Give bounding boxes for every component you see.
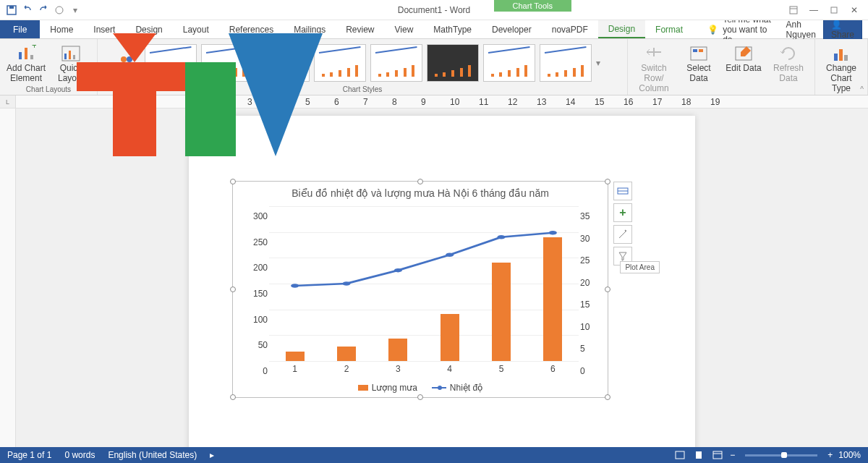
svg-text:+: + — [32, 45, 36, 51]
legend-line[interactable]: Nhiệt độ — [432, 383, 482, 393]
chart-style-3[interactable] — [258, 44, 310, 82]
touch-mode-icon[interactable] — [52, 3, 67, 17]
tab-chart-format[interactable]: Format — [645, 20, 693, 38]
chart-style-4[interactable] — [314, 44, 366, 82]
chart-side-buttons: + — [613, 182, 632, 266]
change-chart-type-button[interactable]: Change Chart Type — [821, 42, 861, 93]
user-name[interactable]: Anh Nguyen — [786, 20, 816, 40]
redo-icon[interactable] — [36, 3, 51, 17]
chart-style-1[interactable] — [145, 44, 197, 82]
edit-data-button[interactable]: Edit Data — [723, 42, 764, 74]
add-chart-element-button[interactable]: + Add Chart Element — [6, 42, 46, 84]
svg-rect-4 — [831, 7, 837, 13]
tab-insert[interactable]: Insert — [83, 20, 125, 38]
save-icon[interactable] — [4, 3, 19, 17]
chart-object[interactable]: Biểu đồ nhiệt độ và lượng mưa Hà Nội 6 t… — [232, 181, 608, 398]
svg-rect-18 — [699, 49, 703, 52]
quick-layout-button[interactable]: Quick Layout — [51, 42, 91, 84]
document-area: Biểu đồ nhiệt độ và lượng mưa Hà Nội 6 t… — [0, 109, 868, 447]
qat-more-icon[interactable]: ▾ — [68, 3, 82, 17]
chart-style-8[interactable] — [540, 44, 592, 82]
zoom-slider[interactable] — [745, 454, 817, 456]
horizontal-ruler: L 12345678910111213141516171819 — [0, 95, 868, 109]
styles-more-icon[interactable]: ▾ — [596, 58, 606, 68]
chart-title[interactable]: Biểu đồ nhiệt độ và lượng mưa Hà Nội 6 t… — [233, 182, 608, 202]
lightbulb-icon: 💡 — [707, 25, 718, 35]
svg-rect-17 — [693, 49, 697, 52]
window-controls: — ✕ — [784, 2, 868, 18]
svg-point-15 — [124, 62, 129, 68]
svg-rect-20 — [834, 54, 838, 61]
tab-references[interactable]: References — [219, 20, 284, 38]
svg-rect-31 — [696, 451, 702, 459]
svg-rect-10 — [64, 54, 67, 59]
web-layout-icon[interactable] — [711, 449, 724, 461]
status-words[interactable]: 0 words — [64, 450, 95, 460]
chart-style-7[interactable] — [483, 44, 535, 82]
tab-chart-design[interactable]: Design — [598, 20, 645, 38]
svg-rect-22 — [844, 55, 848, 61]
ruler-scale[interactable]: 12345678910111213141516171819 — [16, 95, 868, 108]
read-mode-icon[interactable] — [673, 449, 686, 461]
tab-novapdf[interactable]: novaPDF — [542, 20, 598, 38]
tab-developer[interactable]: Developer — [482, 20, 542, 38]
change-colors-button[interactable] — [119, 52, 140, 74]
legend-bar[interactable]: Lượng mưa — [358, 383, 417, 393]
chart-style-2[interactable] — [201, 44, 253, 82]
tab-design[interactable]: Design — [125, 20, 172, 38]
group-label-chart-layouts: Chart Layouts — [26, 84, 71, 93]
legend-bar-swatch — [358, 385, 368, 391]
status-language[interactable]: English (United States) — [108, 450, 197, 460]
chart-style-5[interactable] — [370, 44, 422, 82]
svg-rect-5 — [19, 52, 22, 59]
tab-home[interactable]: Home — [40, 20, 83, 38]
ribbon-tabs: File Home Insert Design Layout Reference… — [0, 20, 868, 39]
ribbon: + Add Chart Element Quick Layout Chart L… — [0, 39, 868, 95]
title-bar: ▾ Document1 - Word Chart Tools — ✕ — [0, 0, 868, 20]
zoom-in-icon[interactable]: + — [827, 450, 833, 460]
plot-area[interactable]: 050100150200250300 05101520253035 123456 — [269, 206, 579, 361]
quick-access-toolbar: ▾ — [0, 3, 87, 17]
tab-review[interactable]: Review — [336, 20, 384, 38]
layout-options-icon[interactable] — [613, 182, 632, 200]
tab-mailings[interactable]: Mailings — [284, 20, 336, 38]
svg-rect-1 — [9, 6, 14, 9]
status-page[interactable]: Page 1 of 1 — [7, 450, 51, 460]
group-label-chart-styles: Chart Styles — [343, 84, 382, 93]
svg-point-14 — [127, 56, 132, 62]
x-axis: 123456 — [269, 364, 579, 374]
ribbon-options-icon[interactable] — [784, 2, 803, 18]
vertical-ruler[interactable] — [0, 109, 16, 447]
tab-layout[interactable]: Layout — [173, 20, 219, 38]
minimize-icon[interactable]: — — [804, 2, 823, 18]
print-layout-icon[interactable] — [692, 449, 705, 461]
close-icon[interactable]: ✕ — [845, 2, 864, 18]
chart-tools-contextual-tab: Chart Tools — [494, 0, 571, 12]
undo-icon[interactable] — [20, 3, 35, 17]
bar-series[interactable] — [269, 206, 579, 361]
tab-mathtype[interactable]: MathType — [423, 20, 482, 38]
svg-rect-21 — [839, 49, 843, 61]
ruler-corner: L — [0, 95, 16, 108]
zoom-out-icon[interactable]: − — [730, 450, 735, 460]
chart-styles-icon[interactable] — [613, 225, 632, 244]
page-pane[interactable]: Biểu đồ nhiệt độ và lượng mưa Hà Nội 6 t… — [16, 109, 868, 447]
maximize-icon[interactable] — [825, 2, 843, 18]
tab-view[interactable]: View — [385, 20, 424, 38]
chart-style-6[interactable] — [427, 44, 479, 82]
svg-rect-32 — [713, 451, 722, 459]
chart-legend[interactable]: Lượng mưa Nhiệt độ — [233, 383, 608, 393]
select-data-button[interactable]: Select Data — [678, 42, 719, 84]
chart-elements-icon[interactable]: + — [613, 203, 632, 222]
status-macro-icon[interactable]: ▸ — [210, 450, 214, 460]
legend-line-swatch — [432, 387, 446, 388]
tab-file[interactable]: File — [0, 20, 40, 38]
svg-rect-16 — [691, 47, 707, 60]
group-chart-styles: ▾ Chart Styles — [98, 39, 628, 95]
tell-me-search[interactable]: 💡 Tell me what you want to do... — [707, 20, 786, 38]
document-title: Document1 - Word — [398, 5, 470, 15]
zoom-level[interactable]: 100% — [838, 450, 861, 460]
status-right: − + 100% — [673, 449, 861, 461]
user-area: Anh Nguyen 👤 Share — [786, 20, 868, 38]
collapse-ribbon-icon[interactable]: ^ — [860, 85, 864, 93]
